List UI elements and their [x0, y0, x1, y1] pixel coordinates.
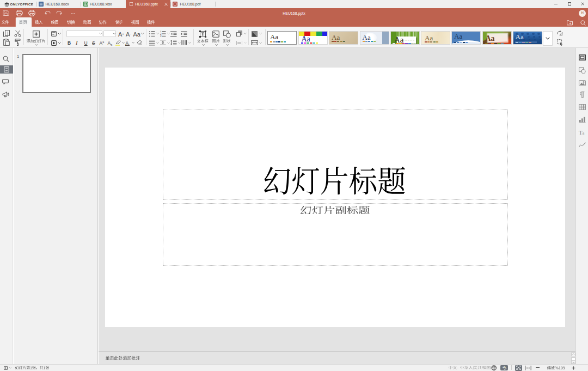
svg-text:3: 3	[160, 35, 162, 38]
